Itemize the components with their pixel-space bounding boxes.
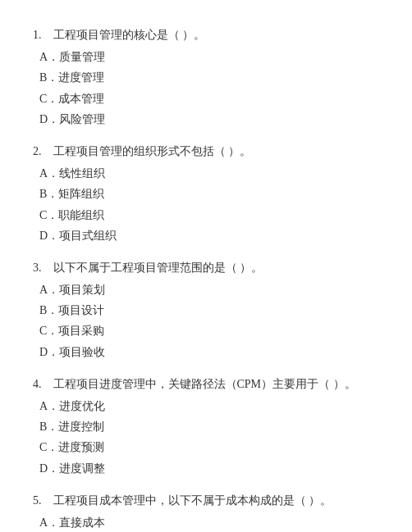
option-3-1: A．项目策划 [39,280,379,300]
option-3-3: C．项目采购 [39,321,379,341]
question-text-3: 3. 以下不属于工程项目管理范围的是（ ）。 [33,257,379,278]
quiz-container: 1. 工程项目管理的核心是（ ）。A．质量管理B．进度管理C．成本管理D．风险管… [33,25,379,532]
question-block-3: 3. 以下不属于工程项目管理范围的是（ ）。A．项目策划B．项目设计C．项目采购… [33,257,379,362]
option-4-1: A．进度优化 [39,396,379,416]
question-text-4: 4. 工程项目进度管理中，关键路径法（CPM）主要用于（ ）。 [33,374,379,394]
question-text-2: 2. 工程项目管理的组织形式不包括（ ）。 [33,141,379,161]
question-text-5: 5. 工程项目成本管理中，以下不属于成本构成的是（ ）。 [33,490,379,511]
question-block-5: 5. 工程项目成本管理中，以下不属于成本构成的是（ ）。A．直接成本B．间接成本 [33,490,379,532]
option-3-2: B．项目设计 [39,300,379,321]
option-4-3: C．进度预测 [39,437,379,457]
option-5-1: A．直接成本 [39,512,379,532]
option-2-4: D．项目式组织 [39,225,379,246]
option-2-2: B．矩阵组织 [39,184,379,204]
option-1-2: B．进度管理 [39,67,379,88]
question-block-2: 2. 工程项目管理的组织形式不包括（ ）。A．线性组织B．矩阵组织C．职能组织D… [33,141,379,246]
question-block-1: 1. 工程项目管理的核心是（ ）。A．质量管理B．进度管理C．成本管理D．风险管… [33,25,379,130]
option-2-3: C．职能组织 [39,205,379,225]
option-1-1: A．质量管理 [39,47,379,67]
option-3-4: D．项目验收 [39,342,379,362]
question-text-1: 1. 工程项目管理的核心是（ ）。 [33,25,379,45]
question-block-4: 4. 工程项目进度管理中，关键路径法（CPM）主要用于（ ）。A．进度优化B．进… [33,374,379,479]
option-4-2: B．进度控制 [39,416,379,437]
option-2-1: A．线性组织 [39,163,379,184]
option-1-3: C．成本管理 [39,89,379,109]
option-4-4: D．进度调整 [39,458,379,479]
option-1-4: D．风险管理 [39,109,379,130]
